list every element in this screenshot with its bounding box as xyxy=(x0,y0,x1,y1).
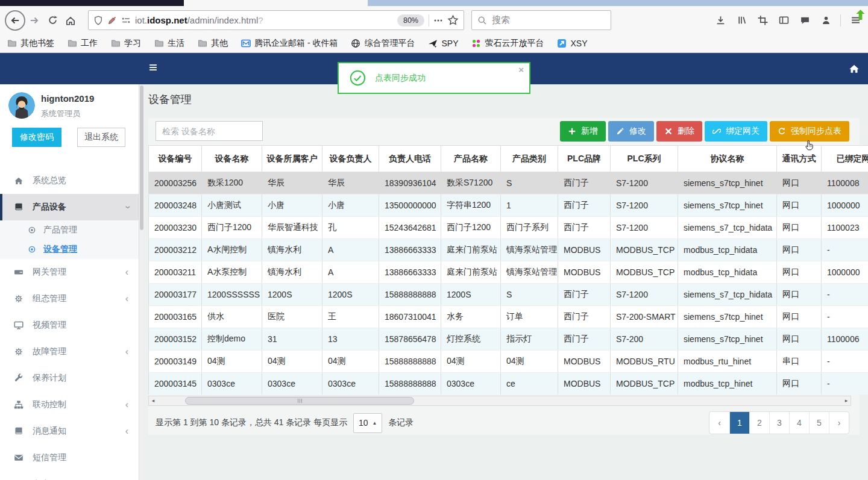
pager-prev[interactable]: ‹ xyxy=(709,412,729,434)
table-toolbar: 新增修改删除绑定网关强制同步点表 xyxy=(156,121,860,143)
pager-page-2[interactable]: 2 xyxy=(749,412,769,434)
mail-icon xyxy=(13,453,25,463)
bookmark-other-bookmarks[interactable]: 其他书签 xyxy=(7,38,54,49)
table-cell: 控制demo xyxy=(202,328,262,351)
pencil-slash-icon[interactable] xyxy=(107,16,117,25)
table-cell: A水泵控制 xyxy=(202,261,262,284)
permissions-icon[interactable] xyxy=(121,16,131,25)
button-label: 删除 xyxy=(678,126,694,137)
bookmark-xsy[interactable]: XSY xyxy=(557,39,587,48)
bookmark-star-icon[interactable] xyxy=(447,14,459,26)
bookmark-spy[interactable]: SPY xyxy=(428,39,458,48)
delete-button[interactable]: 删除 xyxy=(656,121,702,142)
device-search-input[interactable] xyxy=(156,121,263,141)
table-row[interactable]: 2000031771200SSSSSS1200S1200S15888888888… xyxy=(149,284,868,306)
folder-icon xyxy=(198,39,207,48)
avatar[interactable] xyxy=(8,92,35,119)
downloads-button[interactable] xyxy=(714,14,727,27)
back-button[interactable] xyxy=(5,10,25,31)
app-home-button[interactable] xyxy=(849,63,860,74)
pager-page-4[interactable]: 4 xyxy=(789,412,809,434)
sidebar-scrollbar[interactable] xyxy=(139,84,143,480)
sidebar-item-product-device[interactable]: 产品设备‹ xyxy=(0,194,139,220)
force-sync-points-button[interactable]: 强制同步点表 xyxy=(770,121,849,142)
table-cell: 数采S71200 xyxy=(441,172,501,195)
bind-gateway-button[interactable]: 绑定网关 xyxy=(705,121,767,142)
table-row[interactable]: 200003248小唐测试小唐小唐13500000000字符串12001西门子S… xyxy=(149,195,868,217)
table-cell: 串口 xyxy=(777,351,822,373)
bookmark-ys7-open-platform[interactable]: 萤石云开放平台 xyxy=(471,38,544,49)
home-icon xyxy=(13,176,25,185)
table-row[interactable]: 200003256数采1200华辰华辰18390936104数采S71200S西… xyxy=(149,172,868,195)
sidebar-item-gateway-mgmt[interactable]: 网关管理‹ xyxy=(0,259,139,285)
scrollbar-thumb[interactable] xyxy=(185,397,414,405)
table-cell: 西门子 xyxy=(558,328,611,351)
window-titlebar xyxy=(0,0,868,6)
sidebar-item-video-mgmt[interactable]: 视频管理 xyxy=(0,312,139,338)
bookmark-mgmt-platform[interactable]: 综合管理平台 xyxy=(351,38,415,49)
bookmark-work[interactable]: 工作 xyxy=(68,38,98,49)
table-cell: 200003177 xyxy=(149,284,202,306)
sidebar-item-fault-mgmt[interactable]: 故障管理‹ xyxy=(0,338,139,365)
url-bar[interactable]: iot.idosp.net/admin/index.html? 80% xyxy=(88,10,464,30)
shield-icon[interactable] xyxy=(93,16,103,25)
sidebar-item-customer-mgmt[interactable]: 客户管理 xyxy=(0,471,139,480)
sidebar-item-message-notify[interactable]: 消息通知‹ xyxy=(0,418,139,444)
sidebar-item-linkage-control[interactable]: 联动控制‹ xyxy=(0,391,139,418)
table-cell: 200003145 xyxy=(149,373,202,395)
sidebar-item-system-overview[interactable]: 系统总览 xyxy=(0,167,139,194)
edit-button[interactable]: 修改 xyxy=(608,121,654,142)
zoom-level-badge[interactable]: 80% xyxy=(397,14,424,26)
library-button[interactable] xyxy=(735,14,748,27)
home-icon xyxy=(65,15,76,26)
table-row[interactable]: 20000314904测04测04测1588888888804测04测MODBU… xyxy=(149,351,868,373)
sidebar-collapse-button[interactable]: ≡ xyxy=(149,60,157,75)
table-row[interactable]: 200003152控制demo311315878656478灯控系统指示灯西门子… xyxy=(149,328,868,351)
page-actions-icon[interactable] xyxy=(433,16,443,25)
table-row[interactable]: 200003230西门子1200华辰智通科技孔15243642681西门子120… xyxy=(149,217,868,239)
horizontal-scrollbar[interactable]: ◂ ▸ xyxy=(148,396,851,406)
pager-next[interactable]: › xyxy=(829,412,849,434)
table-row[interactable]: 2000031450303ce0303ce0303ce1588888888803… xyxy=(149,373,868,395)
divider xyxy=(840,14,841,26)
table-row[interactable]: 200003212A水闸控制镇海水利A13886663333庭来门前泵站镇海泵站… xyxy=(149,239,868,261)
table-cell: MODBUS xyxy=(558,261,611,284)
pager-page-3[interactable]: 3 xyxy=(769,412,789,434)
browser-search[interactable]: 搜索 xyxy=(471,10,611,30)
sidebar-toggle-button[interactable] xyxy=(777,14,790,27)
reload-button[interactable] xyxy=(43,11,61,30)
reload-icon xyxy=(48,15,58,25)
browser-home-button[interactable] xyxy=(61,11,80,30)
bookmark-study[interactable]: 学习 xyxy=(111,38,141,49)
browser-menu-button[interactable] xyxy=(849,14,862,27)
sidebar-item-device-mgmt[interactable]: 设备管理 xyxy=(0,240,139,259)
table-cell: 网口 xyxy=(777,328,822,351)
pocket-button[interactable] xyxy=(798,14,811,27)
toast-close-icon[interactable]: × xyxy=(518,64,524,75)
page-size-select[interactable]: 10 ▲ xyxy=(353,413,382,433)
table-row[interactable]: 200003165供水医院王18607310041水务订单西门子S7-200-S… xyxy=(149,306,868,328)
add-button[interactable]: 新增 xyxy=(560,121,606,142)
pager-page-5[interactable]: 5 xyxy=(809,412,829,434)
table-cell: 网口 xyxy=(777,217,822,239)
chevron-left-icon: ‹ xyxy=(125,426,128,436)
forward-button[interactable] xyxy=(25,11,43,30)
scroll-left-arrow-icon[interactable]: ◂ xyxy=(149,396,157,405)
logout-button[interactable]: 退出系统 xyxy=(77,128,125,147)
change-password-button[interactable]: 修改密码 xyxy=(12,128,61,147)
screenshot-button[interactable] xyxy=(756,14,769,27)
table-cell: 200003212 xyxy=(149,239,202,261)
sidebar-item-config-mgmt[interactable]: 组态管理‹ xyxy=(0,285,139,312)
bookmark-life[interactable]: 生活 xyxy=(154,38,184,49)
account-button[interactable] xyxy=(819,14,832,27)
table-row[interactable]: 200003211A水泵控制镇海水利A13886663333庭来门前泵站镇海泵站… xyxy=(149,261,868,284)
pager-page-1[interactable]: 1 xyxy=(729,412,749,434)
sidebar-item-product-mgmt[interactable]: 产品管理 xyxy=(0,220,139,240)
bookmark-tencent-exmail[interactable]: 腾讯企业邮箱 - 收件箱 xyxy=(241,38,338,49)
sidebar-submenu: 产品管理设备管理 xyxy=(0,220,139,259)
scroll-right-arrow-icon[interactable]: ▸ xyxy=(842,396,851,405)
sidebar-item-sms-mgmt[interactable]: 短信管理 xyxy=(0,444,139,471)
sidebar-item-maintenance-plan[interactable]: 保养计划 xyxy=(0,365,139,391)
bookmark-other[interactable]: 其他 xyxy=(198,38,228,49)
table-cell: - xyxy=(822,351,868,373)
